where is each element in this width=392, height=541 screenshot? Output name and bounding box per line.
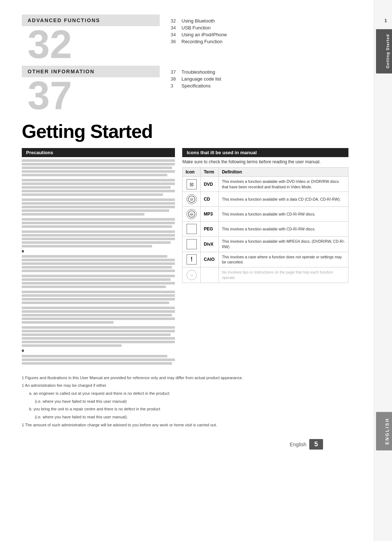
def-divx: This involves a function available with …	[219, 237, 348, 252]
two-column-layout: Precautions	[22, 148, 348, 366]
footer-notes: 1 Figures and illustrations in this User…	[22, 374, 348, 429]
icon-cell-peg	[183, 222, 201, 237]
item-text: Using Bluetooth	[181, 18, 215, 24]
table-row: DivX This involves a function available …	[183, 237, 348, 252]
term-tips	[201, 267, 219, 283]
tips-icon: ○	[187, 270, 197, 280]
footer-note-1: 1 Figures and illustrations in this User…	[22, 374, 348, 381]
item-num: 34	[171, 32, 181, 37]
list-item: 37 Troubleshooting	[171, 69, 348, 75]
item-text: Using an iPod/iPhone	[181, 32, 227, 37]
def-peg: This involves a function available with …	[219, 222, 348, 237]
getting-started-title: Getting Started	[22, 120, 348, 142]
icon-cell-mp3: MP3	[183, 207, 201, 222]
other-information-items: 37 Troubleshooting 38 Language code list…	[160, 66, 348, 90]
table-row: ⊠ DVD This involves a function available…	[183, 177, 348, 192]
list-item: 38 Language code list	[171, 76, 348, 82]
def-tips: his involves tips or instructions on the…	[219, 267, 348, 283]
item-text: USB Function	[181, 25, 211, 30]
item-num: 36	[171, 39, 181, 44]
def-dvd: This involves a function available with …	[219, 177, 348, 192]
bottom-bar: English 5	[22, 439, 348, 450]
col-icon-header: Icon	[183, 168, 201, 177]
icons-column: Icons that ill be used in manual Make su…	[182, 148, 348, 366]
col-def-header: Definition	[219, 168, 348, 177]
term-caio: CAIO	[201, 252, 219, 267]
col-term-header: Term	[201, 168, 219, 177]
icons-table: Icon Term Definition ⊠	[182, 167, 348, 283]
bottom-english-label: English	[290, 442, 306, 447]
item-text: Language code list	[181, 76, 221, 82]
item-num: 34	[171, 25, 181, 30]
icon-cell-tips: ○	[183, 267, 201, 283]
caio-icon: !	[187, 254, 197, 265]
item-text: Troubleshooting	[181, 69, 215, 75]
peg-icon	[187, 224, 197, 234]
term-divx: DivX	[201, 237, 219, 252]
term-peg: PEG	[201, 222, 219, 237]
item-num: 38	[171, 76, 181, 82]
tab-english: ENGLISH	[376, 412, 392, 450]
footer-note-2: 1 An administration fee may be charged i…	[22, 382, 348, 389]
footer-note-5: b. you bring the unit to a repair centre…	[22, 406, 348, 413]
term-mp3: MP3	[201, 207, 219, 222]
term-cd: CD	[201, 192, 219, 207]
other-information-left: OTHER INFORMATION 37	[22, 66, 160, 113]
list-item: 34 USB Function	[171, 25, 348, 30]
tab-number: 1	[384, 18, 387, 23]
list-item: 3 Specifications	[171, 83, 348, 89]
list-item: 36 Recording Function	[171, 39, 348, 44]
table-row: PEG This involves a function available w…	[183, 222, 348, 237]
main-content: ADVANCED FUNCTIONS 32 32 Using Bluetooth…	[22, 15, 370, 450]
dvd-icon: ⊠	[187, 179, 197, 189]
item-text: Recording Function	[181, 39, 222, 44]
footer-note-3: a. an engineer is called out at your req…	[22, 390, 348, 397]
precautions-text	[22, 159, 175, 365]
icons-intro: Make sure to check the following terms b…	[182, 159, 348, 164]
other-information-section: OTHER INFORMATION 37 37 Troubleshooting …	[22, 66, 348, 113]
footer-note-7: 1 The amount of such administration char…	[22, 422, 348, 429]
footer-note-4: (i.e. where you have failed to read this…	[22, 398, 348, 405]
precautions-header: Precautions	[22, 148, 175, 157]
icon-cell-caio: !	[183, 252, 201, 267]
table-row: MP3 MP3 This involves a function availab…	[183, 207, 348, 222]
cd-svg: CD	[188, 195, 196, 203]
mp3-icon: MP3	[187, 209, 197, 219]
table-row: ! CAIO This involves a case where a func…	[183, 252, 348, 267]
advanced-functions-items: 32 Using Bluetooth 34 USB Function 34 Us…	[160, 15, 348, 46]
list-item: 34 Using an iPod/iPhone	[171, 32, 348, 37]
divx-icon	[187, 239, 197, 249]
table-row: ○ his involves tips or instructions on t…	[183, 267, 348, 283]
tab-strip: 1 Getting Started ENGLISH	[374, 0, 392, 541]
table-row: CD CD This involves a function available…	[183, 192, 348, 207]
def-mp3: This involves a function available with …	[219, 207, 348, 222]
svg-text:CD: CD	[190, 199, 193, 201]
item-text: Specifications	[181, 83, 211, 89]
other-information-number: 37	[22, 77, 160, 113]
icon-cell-dvd: ⊠	[183, 177, 201, 192]
item-num: 3	[171, 83, 181, 89]
term-dvd: DVD	[201, 177, 219, 192]
list-item: 32 Using Bluetooth	[171, 18, 348, 24]
icon-cell-divx	[183, 237, 201, 252]
def-caio: This involves a case where a function do…	[219, 252, 348, 267]
advanced-functions-left: ADVANCED FUNCTIONS 32	[22, 15, 160, 62]
advanced-functions-section: ADVANCED FUNCTIONS 32 32 Using Bluetooth…	[22, 15, 348, 62]
item-num: 37	[171, 69, 181, 75]
page-container: 1 Getting Started ENGLISH ADVANCED FUNCT…	[0, 0, 392, 541]
icons-header: Icons that ill be used in manual	[182, 148, 348, 157]
icon-cell-cd: CD	[183, 192, 201, 207]
precautions-column: Precautions	[22, 148, 175, 366]
svg-text:MP3: MP3	[190, 214, 193, 216]
advanced-functions-number: 32	[22, 26, 160, 62]
cd-icon: CD	[187, 194, 197, 204]
def-cd: This involves a function available with …	[219, 192, 348, 207]
item-num: 32	[171, 18, 181, 24]
bottom-page-number: 5	[309, 439, 323, 450]
tab-getting-started: Getting Started	[376, 29, 392, 73]
mp3-svg: MP3	[188, 210, 196, 218]
footer-note-6: (i.e. where you have failed to read this…	[22, 414, 348, 421]
